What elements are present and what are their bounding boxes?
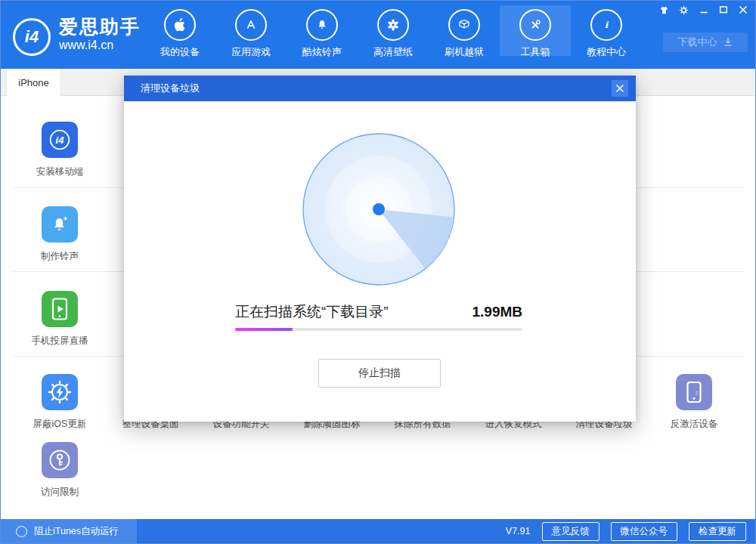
dialog-title: 清理设备垃圾 xyxy=(124,76,636,101)
scan-status-text: 正在扫描系统“下载目录” xyxy=(235,302,389,322)
nav-label: 工具箱 xyxy=(521,45,550,59)
tool-label: 访问限制 xyxy=(18,486,101,499)
scan-progress-bar xyxy=(235,328,522,331)
i4-app-icon: i4 xyxy=(42,122,78,158)
bell-plus-icon xyxy=(42,206,78,243)
tool-label: 屏蔽iOS更新 xyxy=(18,418,101,431)
radar-scanner xyxy=(302,132,456,286)
flower-icon xyxy=(377,9,409,41)
scan-progress-fill xyxy=(235,328,293,331)
nav-item-my-devices[interactable]: 我的设备 xyxy=(144,1,215,69)
app-window: i4 爱思助手 www.i4.cn 我的设备 应用游戏 xyxy=(0,0,756,544)
main-nav: 我的设备 应用游戏 酷炫铃声 xyxy=(144,1,642,69)
screen-play-icon xyxy=(42,291,78,327)
itunes-toggle-label: 阻止iTunes自动运行 xyxy=(34,525,119,538)
tool-install-mobile-client[interactable]: i4 安装移动端 xyxy=(18,122,101,178)
radio-circle-icon xyxy=(16,526,27,537)
window-controls xyxy=(658,4,749,16)
apple-icon xyxy=(164,9,196,41)
appstore-icon xyxy=(235,9,267,41)
tools-icon xyxy=(519,9,551,41)
nav-label: 高清壁纸 xyxy=(373,45,413,59)
nav-label: 刷机越狱 xyxy=(445,45,484,59)
tab-iphone[interactable]: iPhone xyxy=(6,69,61,96)
info-icon: i xyxy=(590,9,622,41)
svg-text:i: i xyxy=(605,20,609,30)
nav-item-apps-games[interactable]: 应用游戏 xyxy=(215,1,287,69)
phone-icon xyxy=(676,374,712,410)
nav-item-wallpapers[interactable]: 高清壁纸 xyxy=(358,1,429,69)
tool-make-ringtones[interactable]: 制作铃声 xyxy=(18,206,101,263)
dialog-close-icon[interactable] xyxy=(612,80,628,97)
nav-item-flash-jailbreak[interactable]: 刷机越狱 xyxy=(429,1,500,69)
download-icon xyxy=(723,37,733,48)
nav-item-ringtones[interactable]: 酷炫铃声 xyxy=(287,1,358,69)
download-center-button[interactable]: 下载中心 xyxy=(663,32,748,52)
nav-item-toolbox[interactable]: 工具箱 xyxy=(500,1,571,69)
nav-item-tutorials[interactable]: i 教程中心 xyxy=(571,1,642,69)
statusbar-right: V7.91 意见反馈 微信公众号 检查更新 xyxy=(506,519,746,543)
i4-logo-icon: i4 xyxy=(13,18,51,56)
maximize-icon[interactable] xyxy=(717,4,730,16)
tool-screen-mirror-live[interactable]: 手机投屏直播 xyxy=(18,291,101,348)
feedback-button[interactable]: 意见反馈 xyxy=(542,522,600,541)
scan-info-row: 正在扫描系统“下载目录” 1.99MB xyxy=(235,302,522,322)
tab-label: iPhone xyxy=(18,77,48,88)
app-url: www.i4.cn xyxy=(59,38,141,53)
nav-label: 应用游戏 xyxy=(231,45,271,59)
tool-label: 制作铃声 xyxy=(18,250,101,263)
tool-block-ios-update[interactable]: 屏蔽iOS更新 xyxy=(18,374,101,431)
wechat-account-button[interactable]: 微信公众号 xyxy=(611,522,678,541)
tool-deactivate-device[interactable]: 反激活设备 xyxy=(652,374,736,431)
nav-label: 酷炫铃声 xyxy=(302,45,342,59)
minimize-icon[interactable] xyxy=(697,4,710,16)
header: i4 爱思助手 www.i4.cn 我的设备 应用游戏 xyxy=(1,1,755,69)
theme-skin-icon[interactable] xyxy=(658,4,671,16)
tool-label: 安装移动端 xyxy=(18,165,101,178)
itunes-autorun-toggle[interactable]: 阻止iTunes自动运行 xyxy=(1,519,137,543)
settings-gear-icon[interactable] xyxy=(677,4,690,16)
app-title: 爱思助手 xyxy=(59,17,141,36)
stop-scan-button[interactable]: 停止扫描 xyxy=(318,359,441,388)
nav-label: 我的设备 xyxy=(160,45,200,59)
statusbar: 阻止iTunes自动运行 V7.91 意见反馈 微信公众号 检查更新 xyxy=(1,519,755,543)
stop-scan-label: 停止扫描 xyxy=(358,366,401,380)
gear-bolt-icon xyxy=(42,374,78,410)
version-text: V7.91 xyxy=(506,526,531,536)
nav-label: 教程中心 xyxy=(587,45,626,59)
download-center-label: 下载中心 xyxy=(678,36,717,49)
check-update-button[interactable]: 检查更新 xyxy=(689,522,746,541)
clean-junk-dialog: 清理设备垃圾 xyxy=(124,76,636,422)
dialog-titlebar: 清理设备垃圾 xyxy=(124,76,636,101)
scan-size-value: 1.99MB xyxy=(472,304,522,320)
bell-icon xyxy=(306,9,338,41)
close-icon[interactable] xyxy=(736,4,749,16)
tool-label: 反激活设备 xyxy=(652,418,736,431)
key-icon xyxy=(42,442,78,478)
svg-text:i4: i4 xyxy=(56,134,65,146)
package-icon xyxy=(448,9,480,41)
app-logo: i4 爱思助手 www.i4.cn xyxy=(13,17,141,56)
tool-access-restrictions[interactable]: 访问限制 xyxy=(18,442,101,499)
tool-label: 手机投屏直播 xyxy=(18,335,101,348)
